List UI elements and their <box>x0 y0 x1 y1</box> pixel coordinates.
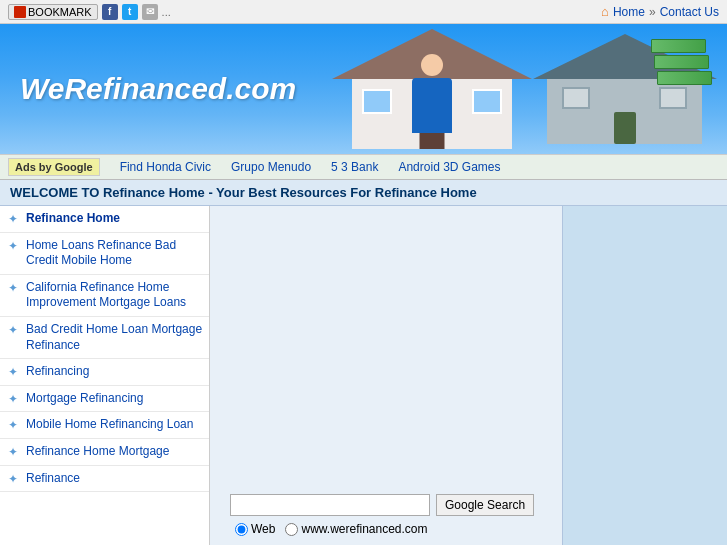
sidebar-icon-3: ✦ <box>8 323 22 337</box>
search-options: Web www.werefinanced.com <box>230 522 428 536</box>
house1-window2 <box>472 89 502 114</box>
sidebar-icon-4: ✦ <box>8 365 22 379</box>
banner-person <box>402 54 462 154</box>
sidebar-item-2[interactable]: ✦ California Refinance Home Improvement … <box>0 275 209 317</box>
contact-link[interactable]: Contact Us <box>660 5 719 19</box>
content-body <box>220 216 552 479</box>
bookmark-label: BOOKMARK <box>28 6 92 18</box>
site-logo[interactable]: WeRefinanced.com <box>0 72 296 106</box>
sidebar-icon-2: ✦ <box>8 281 22 295</box>
top-bar-left: BOOKMARK f t ✉ ... <box>8 4 171 20</box>
search-site-option[interactable]: www.werefinanced.com <box>285 522 427 536</box>
sidebar-label-0: Refinance Home <box>26 211 120 227</box>
header-banner: WeRefinanced.com <box>0 24 727 154</box>
nav-separator: » <box>649 5 656 19</box>
person-body <box>412 78 452 133</box>
sidebar-icon-7: ✦ <box>8 445 22 459</box>
ads-bar: Ads by Google Find Honda Civic Grupo Men… <box>0 154 727 180</box>
sidebar-label-4: Refinancing <box>26 364 89 380</box>
mail-icon[interactable]: ✉ <box>142 4 158 20</box>
sidebar: ✦ Refinance Home ✦ Home Loans Refinance … <box>0 206 210 545</box>
ad-link-1[interactable]: Find Honda Civic <box>120 160 211 174</box>
sidebar-label-5: Mortgage Refinancing <box>26 391 143 407</box>
home-icon: ⌂ <box>601 4 609 19</box>
house1-window <box>362 89 392 114</box>
sidebar-icon-5: ✦ <box>8 392 22 406</box>
page-title: WELCOME TO Refinance Home - Your Best Re… <box>10 185 477 200</box>
sidebar-icon-1: ✦ <box>8 239 22 253</box>
ad-link-2[interactable]: Grupo Menudo <box>231 160 311 174</box>
right-panel <box>562 206 727 545</box>
sidebar-icon-6: ✦ <box>8 418 22 432</box>
money-stack <box>651 39 712 85</box>
twitter-icon[interactable]: t <box>122 4 138 20</box>
search-web-label: Web <box>251 522 275 536</box>
main-layout: ✦ Refinance Home ✦ Home Loans Refinance … <box>0 206 727 545</box>
google-search-button[interactable]: Google Search <box>436 494 534 516</box>
sidebar-item-0[interactable]: ✦ Refinance Home <box>0 206 209 233</box>
ad-link-4[interactable]: Android 3D Games <box>398 160 500 174</box>
search-input[interactable] <box>230 494 430 516</box>
facebook-icon[interactable]: f <box>102 4 118 20</box>
content-area: Google Search Web www.werefinanced.com <box>210 206 562 545</box>
bookmark-button[interactable]: BOOKMARK <box>8 4 98 20</box>
sidebar-label-2: California Refinance Home Improvement Mo… <box>26 280 203 311</box>
house2-walls <box>547 79 702 144</box>
sidebar-icon-0: ✦ <box>8 212 22 226</box>
bill-3 <box>657 71 712 85</box>
search-area: Google Search Web www.werefinanced.com <box>220 479 552 545</box>
sidebar-item-4[interactable]: ✦ Refinancing <box>0 359 209 386</box>
bookmark-icon <box>14 6 26 18</box>
house-image-2 <box>532 34 717 154</box>
house2-door <box>614 112 636 144</box>
sidebar-item-3[interactable]: ✦ Bad Credit Home Loan Mortgage Refinanc… <box>0 317 209 359</box>
ads-by-google: Ads by Google <box>8 158 100 176</box>
person-head <box>421 54 443 76</box>
sidebar-label-7: Refinance Home Mortgage <box>26 444 169 460</box>
top-bar: BOOKMARK f t ✉ ... ⌂ Home » Contact Us <box>0 0 727 24</box>
ellipsis: ... <box>162 6 171 18</box>
sidebar-item-8[interactable]: ✦ Refinance <box>0 466 209 493</box>
house-image-1 <box>332 29 532 154</box>
page-title-bar: WELCOME TO Refinance Home - Your Best Re… <box>0 180 727 206</box>
home-link[interactable]: Home <box>613 5 645 19</box>
sidebar-item-5[interactable]: ✦ Mortgage Refinancing <box>0 386 209 413</box>
search-web-radio[interactable] <box>235 523 248 536</box>
sidebar-label-1: Home Loans Refinance Bad Credit Mobile H… <box>26 238 203 269</box>
sidebar-label-8: Refinance <box>26 471 80 487</box>
search-row: Google Search <box>230 494 534 516</box>
search-site-label: www.werefinanced.com <box>301 522 427 536</box>
top-bar-right: ⌂ Home » Contact Us <box>601 4 719 19</box>
house2-window <box>562 87 590 109</box>
search-web-option[interactable]: Web <box>235 522 275 536</box>
ad-link-3[interactable]: 5 3 Bank <box>331 160 378 174</box>
bill-2 <box>654 55 709 69</box>
sidebar-label-6: Mobile Home Refinancing Loan <box>26 417 193 433</box>
sidebar-item-6[interactable]: ✦ Mobile Home Refinancing Loan <box>0 412 209 439</box>
sidebar-icon-8: ✦ <box>8 472 22 486</box>
search-site-radio[interactable] <box>285 523 298 536</box>
sidebar-item-7[interactable]: ✦ Refinance Home Mortgage <box>0 439 209 466</box>
bill-1 <box>651 39 706 53</box>
house2-window2 <box>659 87 687 109</box>
sidebar-item-1[interactable]: ✦ Home Loans Refinance Bad Credit Mobile… <box>0 233 209 275</box>
sidebar-label-3: Bad Credit Home Loan Mortgage Refinance <box>26 322 203 353</box>
